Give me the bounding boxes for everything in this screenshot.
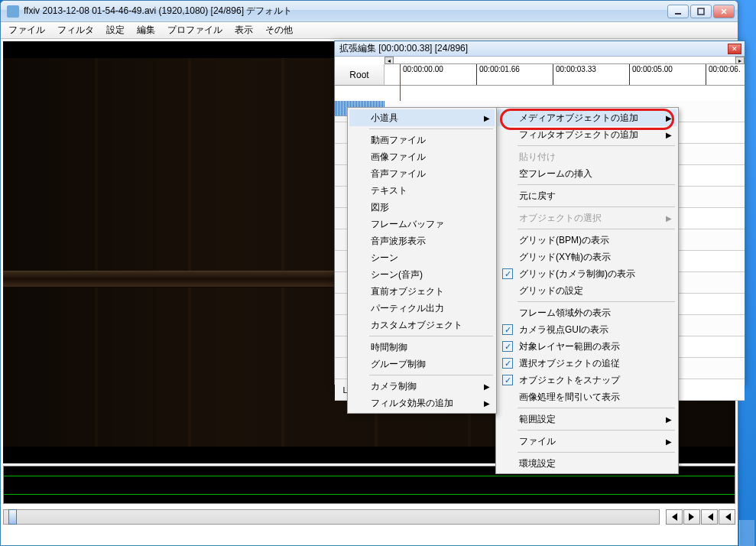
ctx-item[interactable]: パーティクル出力 [349, 300, 495, 317]
goto-start-button[interactable] [701, 509, 718, 525]
minimize-button[interactable] [667, 5, 689, 18]
ctx-item[interactable]: カメラ制御▶ [349, 378, 495, 395]
seek-thumb[interactable] [8, 509, 17, 525]
ctx-item[interactable]: 画像処理を間引いて表示 [498, 388, 677, 405]
prev-frame-button[interactable] [666, 509, 683, 525]
menu-edit[interactable]: 編集 [131, 21, 161, 39]
maximize-button[interactable] [690, 5, 712, 18]
ext-titlebar[interactable]: 拡張編集 [00:00:00.38] [24/896] ✕ [335, 41, 745, 57]
ctx-item[interactable]: フレーム領域外の表示 [498, 304, 677, 321]
ctx-item[interactable]: 動画ファイル [349, 132, 495, 148]
show-desktop-button[interactable] [739, 520, 754, 546]
next-frame-button[interactable] [683, 509, 700, 525]
scroll-right-icon[interactable]: ▸ [735, 57, 745, 64]
ctx-item[interactable]: 小道具▶ [349, 109, 495, 126]
root-button[interactable]: Root [335, 64, 384, 85]
time-ruler[interactable]: 00:00:00.00 00:00:01.66 00:00:03.33 00:0… [384, 64, 745, 85]
menu-file[interactable]: ファイル [2, 21, 51, 39]
titlebar[interactable]: ffxiv 2013-12-08 01-54-46-49.avi (1920,1… [1, 1, 738, 22]
timeline-header: Root 00:00:00.00 00:00:01.66 00:00:03.33… [335, 64, 745, 86]
ctx-item[interactable]: グリッド(XY軸)の表示 [498, 249, 677, 265]
playback-buttons [666, 509, 735, 525]
ext-close-button[interactable]: ✕ [728, 44, 741, 54]
scroll-left-icon[interactable]: ◂ [384, 57, 394, 64]
close-button[interactable] [713, 5, 735, 18]
seek-slider[interactable] [3, 509, 660, 525]
ctx-item[interactable]: フィルタ効果の追加▶ [349, 395, 495, 411]
ctx-item[interactable]: カメラ視点GUIの表示✓ [498, 321, 677, 338]
menu-filter[interactable]: フィルタ [51, 21, 100, 39]
ctx-item[interactable]: 選択オブジェクトの追従✓ [498, 355, 677, 372]
menu-profile[interactable]: プロファイル [161, 21, 229, 39]
ctx-item[interactable]: グリッド(カメラ制御)の表示✓ [498, 265, 677, 282]
window-controls [667, 5, 735, 18]
time-tick: 00:00:03.33 [553, 64, 596, 85]
ctx-item[interactable]: シーン [349, 249, 495, 266]
ctx-item[interactable]: ファイル▶ [498, 433, 677, 450]
ctx-item[interactable]: 元に戻す [498, 187, 677, 204]
ctx-item[interactable]: 音声波形表示 [349, 232, 495, 249]
ctx-item[interactable]: メディアオブジェクトの追加▶ [498, 109, 677, 126]
ctx-item[interactable]: グループ制御 [349, 356, 495, 372]
svg-rect-0 [675, 13, 681, 15]
app-icon [7, 5, 19, 18]
ctx-item[interactable]: 時間制御 [349, 339, 495, 356]
ctx-item: オブジェクトの選択▶ [498, 210, 677, 226]
goto-end-button[interactable] [719, 509, 735, 525]
time-tick: 00:00:01.66 [476, 64, 520, 85]
time-tick: 00:00:00.00 [400, 64, 443, 85]
media-object-submenu[interactable]: 小道具▶動画ファイル画像ファイル音声ファイルテキスト図形フレームバッファ音声波形… [347, 107, 497, 414]
menu-other[interactable]: その他 [259, 21, 299, 39]
time-tick: 00:00:06. [706, 64, 741, 85]
ctx-item[interactable]: 図形 [349, 199, 495, 216]
transport-row [3, 509, 735, 525]
ctx-item[interactable]: 直前オブジェクト [349, 283, 495, 300]
ctx-item[interactable]: 音声ファイル [349, 165, 495, 182]
time-tick: 00:00:05.00 [629, 64, 673, 85]
timeline-mini-scroll[interactable]: ◂ ▸ [384, 57, 745, 64]
window-title: ffxiv 2013-12-08 01-54-46-49.avi (1920,1… [24, 5, 667, 18]
menu-settings[interactable]: 設定 [100, 21, 131, 39]
svg-rect-1 [698, 8, 704, 15]
ctx-item[interactable]: 画像ファイル [349, 148, 495, 165]
context-menu[interactable]: メディアオブジェクトの追加▶フィルタオブジェクトの追加▶貼り付け空フレームの挿入… [495, 107, 679, 474]
ctx-item[interactable]: フレームバッファ [349, 216, 495, 232]
ctx-item[interactable]: フィルタオブジェクトの追加▶ [498, 126, 677, 143]
ext-title-text: 拡張編集 [00:00:00.38] [24/896] [339, 42, 728, 55]
ctx-item[interactable]: 対象レイヤー範囲の表示✓ [498, 338, 677, 355]
ctx-item[interactable]: 空フレームの挿入 [498, 165, 677, 182]
ctx-item[interactable]: グリッド(BPM)の表示 [498, 232, 677, 249]
menubar: ファイル フィルタ 設定 編集 プロファイル 表示 その他 [1, 22, 738, 39]
ctx-item[interactable]: シーン(音声) [349, 266, 495, 283]
ctx-item[interactable]: オブジェクトをスナップ✓ [498, 372, 677, 388]
menu-view[interactable]: 表示 [229, 21, 259, 39]
ctx-item[interactable]: テキスト [349, 182, 495, 199]
ctx-item[interactable]: グリッドの設定 [498, 282, 677, 299]
ctx-item: 貼り付け [498, 148, 677, 165]
ctx-item[interactable]: カスタムオブジェクト [349, 317, 495, 333]
ctx-item[interactable]: 範囲設定▶ [498, 411, 677, 427]
ctx-item[interactable]: 環境設定 [498, 455, 677, 472]
